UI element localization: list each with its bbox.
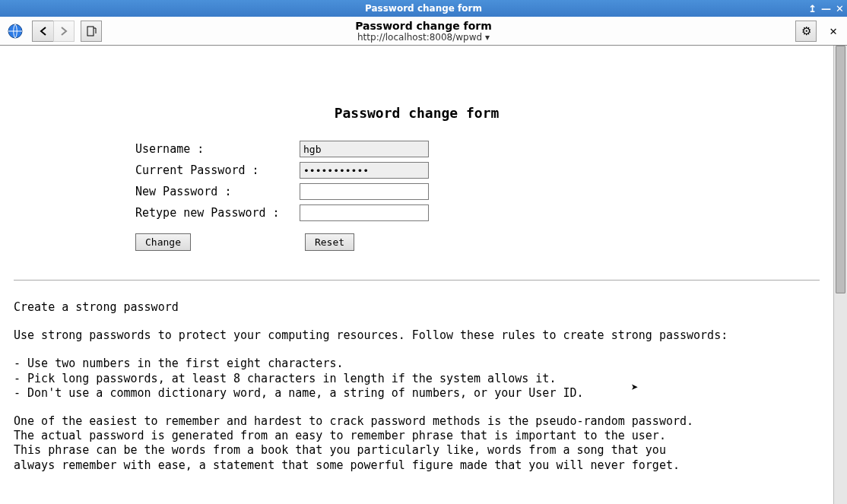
username-label: Username : (135, 142, 300, 156)
retype-password-label: Retype new Password : (135, 206, 300, 220)
browser-toolbar: Password change form http://localhost:80… (0, 17, 847, 46)
window-minimize-icon[interactable]: — (821, 4, 831, 14)
window-titlebar: Password change form ↥ — ✕ (0, 0, 847, 17)
back-button[interactable] (32, 21, 53, 42)
password-form: Username : Current Password : New Passwo… (135, 141, 698, 251)
tips-intro: Use strong passwords to protect your com… (14, 328, 820, 343)
current-password-label: Current Password : (135, 163, 300, 177)
tips-para: One of the easiest to remember and harde… (14, 414, 820, 473)
page-url: http://localhost:8008/wpwd ▾ (355, 32, 492, 43)
settings-button[interactable]: ⚙ (795, 21, 817, 42)
tips-heading: Create a strong password (14, 300, 820, 315)
separator (14, 280, 820, 281)
vertical-scrollbar[interactable] (833, 46, 847, 504)
retype-password-field[interactable] (300, 204, 429, 221)
tips-rule: Pick long passwords, at least 8 characte… (14, 372, 820, 386)
svg-rect-1 (87, 27, 94, 36)
tips-section: Create a strong password Use strong pass… (14, 300, 820, 473)
tips-rule: Don't use a common dictionary word, a na… (14, 386, 820, 401)
forward-button[interactable] (53, 21, 75, 42)
tips-rules: Use two numbers in the first eight chara… (14, 357, 820, 401)
new-password-label: New Password : (135, 185, 300, 198)
change-button[interactable]: Change (135, 233, 191, 251)
app-icon (5, 21, 26, 42)
tab-close-button[interactable]: ✕ (824, 24, 842, 38)
page-content: Password change form Username : Current … (0, 46, 833, 504)
tips-rule: Use two numbers in the first eight chara… (14, 357, 820, 371)
bookmark-button[interactable] (81, 21, 102, 42)
current-password-field[interactable] (300, 162, 429, 179)
page-title: Password change form (355, 20, 492, 32)
address-bar[interactable]: Password change form http://localhost:80… (355, 20, 492, 43)
form-heading: Password change form (14, 105, 820, 121)
gear-icon: ⚙ (801, 24, 811, 38)
window-close-icon[interactable]: ✕ (836, 4, 844, 14)
window-move-icon[interactable]: ↥ (808, 4, 817, 14)
scrollbar-thumb[interactable] (836, 46, 845, 293)
new-password-field[interactable] (300, 183, 429, 200)
username-field[interactable] (300, 141, 429, 157)
window-title: Password change form (365, 3, 482, 14)
reset-button[interactable]: Reset (305, 233, 354, 251)
